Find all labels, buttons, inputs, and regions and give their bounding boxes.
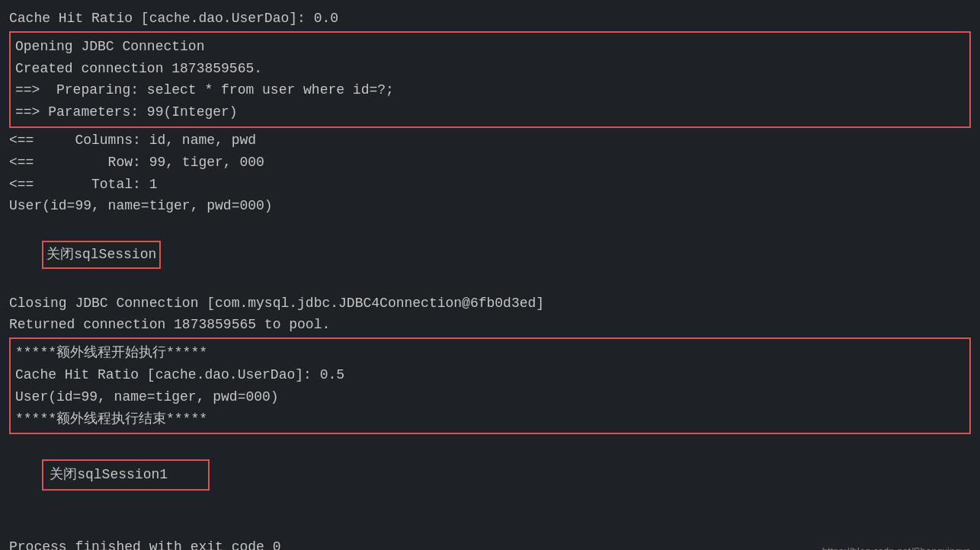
close-session1-box: 关闭sqlSession1	[42, 459, 210, 491]
console-line-1: Cache Hit Ratio [cache.dao.UserDao]: 0.0	[9, 8, 971, 30]
console-line-13: *****额外线程开始执行*****	[15, 342, 965, 364]
console-line-11: Closing JDBC Connection [com.mysql.jdbc.…	[9, 293, 971, 315]
console-line-14: Cache Hit Ratio [cache.dao.UserDao]: 0.5	[15, 364, 965, 386]
console-line-6: <== Columns: id, name, pwd	[9, 130, 971, 152]
console-output: Cache Hit Ratio [cache.dao.UserDao]: 0.0…	[9, 8, 971, 550]
console-line-9: User(id=99, name=tiger, pwd=000)	[9, 195, 971, 217]
console-line-16: *****额外线程执行结束*****	[15, 408, 965, 430]
extra-thread-box: *****额外线程开始执行***** Cache Hit Ratio [cach…	[9, 337, 971, 434]
console-line-7: <== Row: 99, tiger, 000	[9, 152, 971, 174]
console-line-4: ==> Preparing: select * from user where …	[15, 79, 965, 101]
console-line-12: Returned connection 1873859565 to pool.	[9, 314, 971, 336]
console-line-15: User(id=99, name=tiger, pwd=000)	[15, 386, 965, 408]
console-line-5: ==> Parameters: 99(Integer)	[15, 101, 965, 123]
console-line-18	[9, 514, 971, 536]
console-line-10: 关闭sqlSession	[9, 217, 971, 292]
watermark: https://blog.csdn.net/Shangxingya	[822, 544, 971, 550]
console-line-2: Opening JDBC Connection	[15, 36, 965, 58]
console-line-3: Created connection 1873859565.	[15, 58, 965, 80]
close-session-box: 关闭sqlSession	[42, 241, 161, 269]
console-line-17: 关闭sqlSession1	[9, 436, 971, 513]
jdbc-connection-box: Opening JDBC Connection Created connecti…	[9, 31, 971, 128]
console-line-8: <== Total: 1	[9, 174, 971, 196]
